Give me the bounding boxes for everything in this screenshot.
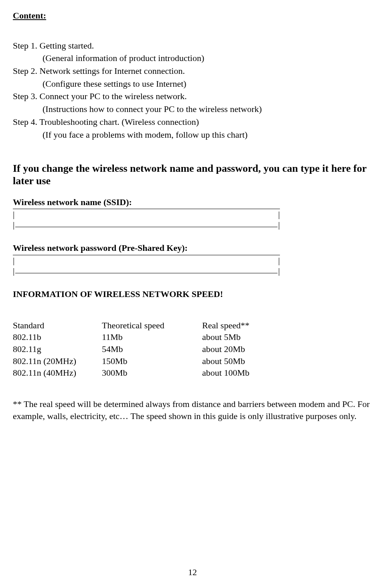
blank-line-mid: || (13, 209, 280, 219)
cell-theoretical: 54Mb (102, 343, 202, 355)
step-3-sub: (Instructions how to connect your PC to … (13, 103, 372, 115)
cell-real: about 5Mb (202, 331, 302, 343)
table-header-real: Real speed** (202, 319, 302, 332)
info-header: INFORMATION OF WIRELESS NETWORK SPEED! (13, 288, 372, 300)
blank-line-mid-2: || (13, 255, 280, 265)
step-1: Step 1. Getting started. (General inform… (13, 40, 372, 64)
table-header-theoretical: Theoretical speed (102, 319, 202, 332)
cell-standard: 802.11n (40MHz) (13, 367, 102, 379)
table-row: 802.11n (40MHz) 300Mb about 100Mb (13, 367, 302, 379)
table-header-standard: Standard (13, 319, 102, 332)
cell-real: about 50Mb (202, 355, 302, 367)
content-heading: Content: (13, 10, 372, 22)
step-2-sub: (Configure these settings to use Interne… (13, 78, 372, 90)
step-4-title: Step 4. Troubleshooting chart. (Wireless… (13, 116, 372, 128)
cell-theoretical: 11Mb (102, 331, 202, 343)
blank-line-bottom-2: | | (13, 265, 280, 276)
speed-table: Standard Theoretical speed Real speed** … (13, 319, 302, 379)
table-row: 802.11b 11Mb about 5Mb (13, 331, 302, 343)
step-2: Step 2. Network settings for Internet co… (13, 65, 372, 90)
table-row: 802.11n (20MHz) 150Mb about 50Mb (13, 355, 302, 367)
cell-theoretical: 300Mb (102, 367, 202, 379)
step-2-title: Step 2. Network settings for Internet co… (13, 65, 372, 77)
step-3: Step 3. Connect your PC to the wireless … (13, 90, 372, 115)
cell-standard: 802.11n (20MHz) (13, 355, 102, 367)
note-text: If you change the wireless network name … (13, 162, 372, 187)
step-4-sub: (If you face a problems with modem, foll… (13, 129, 372, 141)
footnote-text: ** The real speed will be determined alw… (13, 398, 372, 422)
cell-real: about 20Mb (202, 343, 302, 355)
steps-list: Step 1. Getting started. (General inform… (13, 40, 372, 141)
step-1-sub: (General information of product introduc… (13, 52, 372, 64)
cell-standard: 802.11g (13, 343, 102, 355)
page-number: 12 (0, 566, 385, 578)
table-header-row: Standard Theoretical speed Real speed** (13, 319, 302, 332)
psk-blank-box: || | | (13, 255, 372, 276)
step-4: Step 4. Troubleshooting chart. (Wireless… (13, 116, 372, 140)
cell-standard: 802.11b (13, 331, 102, 343)
blank-line-bottom: | | (13, 219, 280, 230)
step-1-title: Step 1. Getting started. (13, 40, 372, 52)
cell-real: about 100Mb (202, 367, 302, 379)
ssid-blank-box: || | | (13, 209, 372, 230)
ssid-label: Wireless network name (SSID): (13, 196, 372, 208)
table-row: 802.11g 54Mb about 20Mb (13, 343, 302, 355)
step-3-title: Step 3. Connect your PC to the wireless … (13, 90, 372, 102)
psk-label: Wireless network password (Pre-Shared Ke… (13, 242, 372, 254)
cell-theoretical: 150Mb (102, 355, 202, 367)
